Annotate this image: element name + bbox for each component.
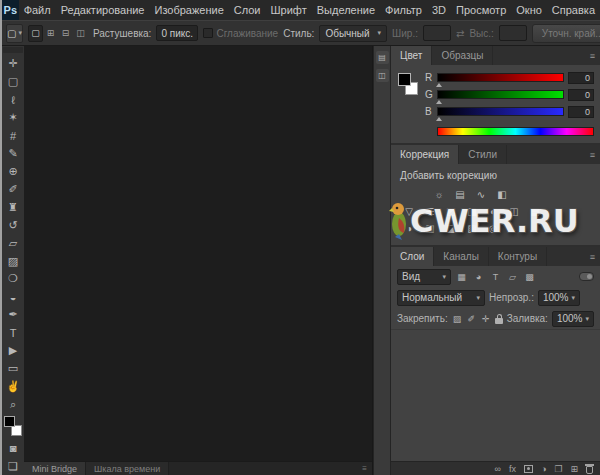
green-slider[interactable] <box>437 90 564 99</box>
collapsed-panel-button-1[interactable]: ▤ <box>376 51 389 64</box>
tab-paths[interactable]: Контуры <box>489 247 547 266</box>
threshold-icon[interactable]: ◪ <box>443 221 459 235</box>
menu-select[interactable]: Выделение <box>312 0 380 20</box>
posterize-icon[interactable]: ▥ <box>422 221 438 235</box>
menu-window[interactable]: Окно <box>511 0 547 20</box>
style-select[interactable]: Обычный ▾ <box>319 25 387 42</box>
quick-selection-tool[interactable]: ✶ <box>3 109 23 127</box>
adjustment-layer-icon[interactable]: ◑ <box>541 464 546 474</box>
refine-edge-button[interactable]: Уточн. край... <box>532 24 600 43</box>
tab-adjustments[interactable]: Коррекция <box>391 145 459 164</box>
black-white-icon[interactable]: ◨ <box>464 204 480 218</box>
move-tool[interactable]: ✛ <box>3 55 23 73</box>
photo-filter-icon[interactable]: ◐ <box>485 204 501 218</box>
new-layer-icon[interactable]: ⊞ <box>570 464 578 474</box>
filter-shape-layers-icon[interactable]: ▱ <box>506 270 519 284</box>
feather-input[interactable]: 0 пикс. <box>156 25 198 41</box>
blue-slider[interactable] <box>437 107 564 116</box>
panel-menu-icon[interactable]: ≡ <box>585 247 600 266</box>
curves-icon[interactable]: ∿ <box>473 187 489 201</box>
color-lookup-icon[interactable]: ▦ <box>527 204 543 218</box>
levels-icon[interactable]: ▤ <box>452 187 468 201</box>
crop-tool[interactable]: # <box>3 127 23 145</box>
history-brush-tool[interactable]: ↺ <box>3 216 23 234</box>
red-slider[interactable] <box>437 73 564 82</box>
filter-smart-objects-icon[interactable]: ▩ <box>523 270 536 284</box>
panel-menu-icon[interactable]: ≡ <box>585 145 600 164</box>
exposure-icon[interactable]: ◧ <box>494 187 510 201</box>
link-layers-icon[interactable]: ∞ <box>495 464 501 474</box>
tab-channels[interactable]: Каналы <box>434 247 489 266</box>
tab-color[interactable]: Цвет <box>391 46 432 65</box>
tab-layers[interactable]: Слои <box>391 247 434 266</box>
add-selection-mode-button[interactable]: ⊞ <box>43 25 58 42</box>
toolbar-grip[interactable] <box>3 47 23 53</box>
panel-menu-icon[interactable]: ≡ <box>585 46 600 65</box>
strip-menu-icon[interactable]: ≡ <box>357 462 372 475</box>
dodge-tool[interactable]: ◒ <box>3 288 23 306</box>
gradient-map-icon[interactable]: ▨ <box>464 221 480 235</box>
eyedropper-tool[interactable]: ✎ <box>3 145 23 163</box>
tab-styles[interactable]: Стили <box>459 145 507 164</box>
layers-list[interactable] <box>391 329 600 461</box>
blue-value-input[interactable]: 0 <box>568 106 594 118</box>
foreground-color-swatch[interactable] <box>398 73 411 86</box>
type-tool[interactable]: T <box>3 324 23 342</box>
menu-filter[interactable]: Фильтр <box>380 0 427 20</box>
lock-transparency-icon[interactable]: ▨ <box>452 312 462 325</box>
rectangular-marquee-tool[interactable]: ▢ <box>3 73 23 91</box>
tool-preset-picker[interactable]: ▢ ▾ <box>6 24 23 43</box>
menu-edit[interactable]: Редактирование <box>56 0 150 20</box>
width-input[interactable] <box>423 25 451 41</box>
menu-type[interactable]: Шрифт <box>266 0 312 20</box>
panel-color-swatches[interactable] <box>397 71 421 103</box>
opacity-select[interactable]: 100% ▾ <box>538 290 580 306</box>
swap-dimensions-icon[interactable]: ⇄ <box>456 28 464 39</box>
fill-select[interactable]: 100% ▾ <box>552 311 594 327</box>
selective-color-icon[interactable]: ◎ <box>485 221 501 235</box>
color-swatches-widget[interactable] <box>4 416 22 436</box>
menu-layers[interactable]: Слои <box>229 0 266 20</box>
lock-position-icon[interactable]: ✛ <box>481 312 491 325</box>
pen-tool[interactable]: ✒ <box>3 306 23 324</box>
tab-mini-bridge[interactable]: Mini Bridge <box>24 462 86 475</box>
lock-all-icon[interactable] <box>495 318 503 324</box>
lasso-tool[interactable]: ℓ <box>3 91 23 109</box>
antialias-checkbox[interactable] <box>203 28 213 38</box>
clone-stamp-tool[interactable]: ♜ <box>3 198 23 216</box>
new-selection-mode-button[interactable]: ▢ <box>28 25 43 42</box>
green-value-input[interactable]: 0 <box>568 89 594 101</box>
foreground-color-swatch[interactable] <box>4 416 15 427</box>
gradient-tool[interactable]: ▨ <box>3 252 23 270</box>
layer-filter-select[interactable]: Вид ▾ <box>397 269 451 285</box>
invert-icon[interactable]: ◑ <box>401 221 417 235</box>
tab-swatches[interactable]: Образцы <box>432 46 493 65</box>
blend-mode-select[interactable]: Нормальный ▾ <box>397 290 485 306</box>
vibrance-icon[interactable]: ▽ <box>401 204 417 218</box>
red-value-input[interactable]: 0 <box>568 72 594 84</box>
canvas-area[interactable]: Mini Bridge Шкала времени ≡ <box>24 46 373 475</box>
screen-mode-button[interactable]: ❏ <box>3 457 23 475</box>
intersect-selection-mode-button[interactable]: ◫ <box>73 25 88 42</box>
shape-tool[interactable]: ▭ <box>3 360 23 378</box>
hue-saturation-icon[interactable]: ☰ <box>422 204 438 218</box>
filter-pixel-layers-icon[interactable]: ▦ <box>455 270 468 284</box>
brush-tool[interactable]: ✐ <box>3 180 23 198</box>
filter-type-layers-icon[interactable]: T <box>489 270 502 284</box>
delete-layer-icon[interactable] <box>586 466 593 474</box>
zoom-tool[interactable]: ⌕ <box>3 395 23 413</box>
add-layer-mask-icon[interactable] <box>524 465 533 473</box>
hand-tool[interactable]: ✌ <box>3 378 23 396</box>
subtract-selection-mode-button[interactable]: ⊟ <box>58 25 73 42</box>
new-group-icon[interactable]: ❐ <box>554 464 562 474</box>
channel-mixer-icon[interactable]: ◫ <box>506 204 522 218</box>
menu-image[interactable]: Изображение <box>149 0 228 20</box>
menu-3d[interactable]: 3D <box>427 0 451 20</box>
filter-adjustment-layers-icon[interactable]: ◕ <box>472 270 485 284</box>
healing-brush-tool[interactable]: ⊕ <box>3 163 23 181</box>
height-input[interactable] <box>499 25 527 41</box>
lock-pixels-icon[interactable]: ✐ <box>466 312 476 325</box>
layer-filter-toggle[interactable] <box>579 272 594 281</box>
quick-mask-button[interactable]: ◙ <box>3 439 23 457</box>
brightness-contrast-icon[interactable]: ☼ <box>431 187 447 201</box>
